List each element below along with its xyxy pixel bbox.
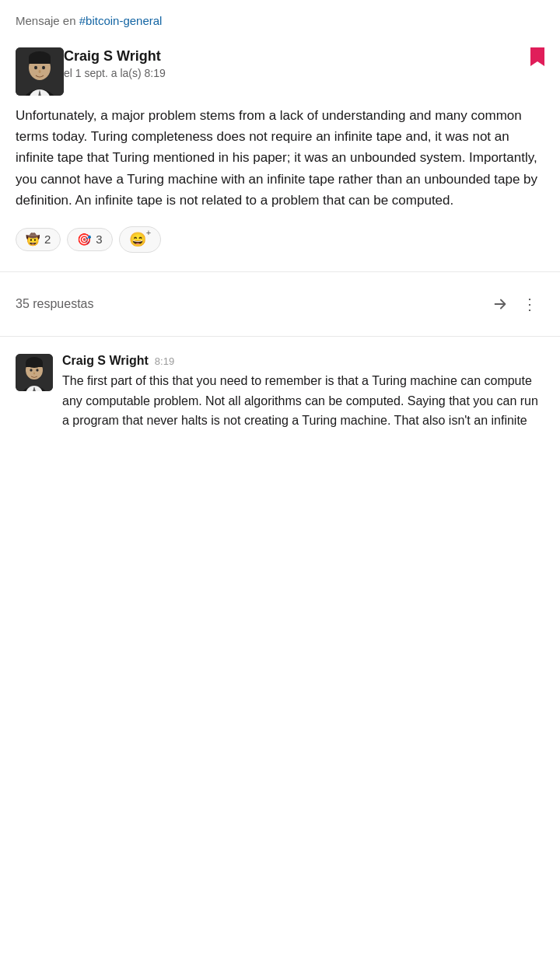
more-options-icon: ⋮ [522, 295, 537, 313]
more-options-button[interactable]: ⋮ [515, 289, 544, 319]
svg-rect-6 [29, 58, 51, 64]
svg-point-19 [33, 372, 35, 374]
message-header: Craig S Wright el 1 sept. a la(s) 8:19 [16, 47, 544, 96]
reaction-target[interactable]: 🎯 3 [67, 228, 112, 251]
reaction-count-1: 2 [44, 233, 51, 246]
svg-point-17 [30, 369, 32, 372]
svg-point-9 [39, 70, 41, 73]
context-prefix: Mensaje en [16, 14, 79, 27]
reactions-bar: 🤠 2 🎯 3 😄+ [16, 220, 544, 256]
message-timestamp: el 1 sept. a la(s) 8:19 [64, 67, 523, 79]
svg-rect-16 [26, 362, 43, 367]
message-body: Unfortunately, a major problem stems fro… [16, 105, 544, 220]
reaction-emoji-2: 🎯 [77, 233, 92, 247]
replies-row: 35 respuestas ⋮ [0, 278, 560, 330]
reply-icon-button[interactable] [485, 289, 515, 319]
thread-body: The first part of this that you need to … [62, 371, 544, 431]
reaction-count-2: 3 [96, 233, 102, 246]
thread-name-row: Craig S Wright 8:19 [62, 354, 544, 368]
svg-point-7 [34, 66, 37, 69]
main-message-container: Craig S Wright el 1 sept. a la(s) 8:19 U… [0, 35, 560, 265]
sender-info: Craig S Wright el 1 sept. a la(s) 8:19 [64, 47, 523, 79]
thread-message-container: Craig S Wright 8:19 The first part of th… [0, 343, 560, 439]
divider-2 [0, 336, 560, 337]
svg-point-8 [42, 66, 45, 69]
thread-content: Craig S Wright 8:19 The first part of th… [62, 354, 544, 431]
reaction-cowboy[interactable]: 🤠 2 [16, 228, 61, 251]
add-reaction-icon: 😄+ [129, 231, 151, 248]
add-reaction-button[interactable]: 😄+ [119, 226, 161, 253]
thread-avatar [16, 354, 53, 391]
channel-link[interactable]: #bitcoin-general [79, 14, 163, 27]
bookmark-icon[interactable] [523, 47, 544, 71]
reply-arrow-icon [492, 296, 509, 313]
svg-point-18 [36, 369, 38, 372]
avatar [16, 47, 64, 96]
thread-sender-name: Craig S Wright [62, 354, 149, 368]
thread-timestamp: 8:19 [155, 355, 174, 367]
replies-count: 35 respuestas [16, 297, 485, 311]
divider [0, 271, 560, 272]
reaction-emoji-1: 🤠 [26, 233, 40, 247]
message-context: Mensaje en #bitcoin-general [0, 0, 560, 35]
sender-name: Craig S Wright [64, 47, 523, 65]
